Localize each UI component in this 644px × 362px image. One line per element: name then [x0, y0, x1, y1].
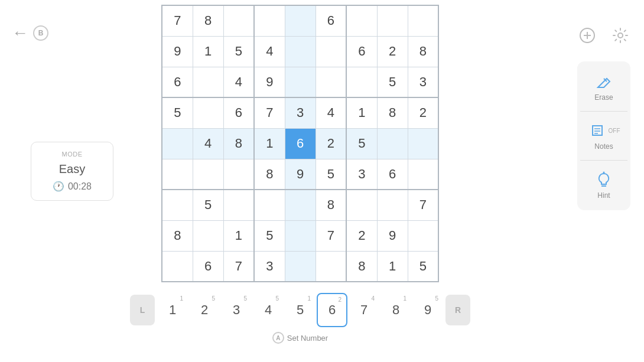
cell-4-5[interactable]: 2	[316, 128, 346, 159]
num-btn-7[interactable]: 47	[349, 293, 379, 327]
cell-3-8[interactable]: 2	[408, 97, 438, 128]
cell-3-2[interactable]: 6	[223, 97, 254, 128]
cell-5-4[interactable]: 9	[285, 159, 316, 190]
cell-4-2[interactable]: 8	[223, 128, 254, 159]
cell-0-3[interactable]	[254, 5, 285, 36]
cell-0-6[interactable]	[346, 5, 377, 36]
cell-3-4[interactable]: 3	[285, 97, 316, 128]
cell-1-4[interactable]	[285, 36, 316, 67]
cell-5-7[interactable]: 6	[377, 159, 408, 190]
cell-7-8[interactable]	[408, 220, 438, 251]
hint-tool[interactable]: Hint	[594, 167, 613, 203]
cell-3-5[interactable]: 4	[316, 97, 346, 128]
cell-6-8[interactable]: 7	[408, 190, 438, 220]
hint-icon	[594, 170, 613, 189]
cell-4-6[interactable]: 5	[346, 128, 377, 159]
cell-8-8[interactable]: 5	[408, 251, 438, 282]
num-btn-4[interactable]: 54	[253, 293, 284, 327]
cell-3-3[interactable]: 7	[254, 97, 285, 128]
cell-8-3[interactable]: 3	[254, 251, 285, 282]
cell-6-2[interactable]	[223, 190, 254, 220]
cell-7-1[interactable]	[193, 220, 223, 251]
cell-7-0[interactable]: 8	[162, 220, 193, 251]
cell-5-2[interactable]	[223, 159, 254, 190]
notes-tool[interactable]: OFF Notes	[588, 118, 620, 154]
cell-7-4[interactable]	[285, 220, 316, 251]
cell-2-8[interactable]: 3	[408, 67, 438, 97]
left-side-btn[interactable]: L	[130, 295, 155, 325]
cell-1-7[interactable]: 2	[377, 36, 408, 67]
num-btn-6[interactable]: 26	[317, 293, 347, 327]
cell-4-3[interactable]: 1	[254, 128, 285, 159]
cell-6-1[interactable]: 5	[193, 190, 223, 220]
cell-8-5[interactable]	[316, 251, 346, 282]
cell-0-2[interactable]	[223, 5, 254, 36]
cell-2-7[interactable]: 5	[377, 67, 408, 97]
cell-3-6[interactable]: 1	[346, 97, 377, 128]
cell-0-7[interactable]	[377, 5, 408, 36]
num-btn-1[interactable]: 11	[157, 293, 188, 327]
erase-tool[interactable]: Erase	[594, 69, 613, 105]
cell-2-6[interactable]	[346, 67, 377, 97]
num-btn-3[interactable]: 53	[221, 293, 252, 327]
add-button[interactable]	[575, 24, 599, 47]
cell-1-0[interactable]: 9	[162, 36, 193, 67]
cell-8-2[interactable]: 7	[223, 251, 254, 282]
num-btn-9[interactable]: 59	[412, 293, 443, 327]
cell-5-1[interactable]	[193, 159, 223, 190]
cell-7-6[interactable]: 2	[346, 220, 377, 251]
cell-4-0[interactable]	[162, 128, 193, 159]
cell-4-4[interactable]: 6	[285, 128, 316, 159]
cell-2-5[interactable]	[316, 67, 346, 97]
sudoku-grid[interactable]: 7869154628649535673418248162589536587815…	[161, 5, 439, 282]
cell-0-0[interactable]: 7	[162, 5, 193, 36]
cell-8-4[interactable]	[285, 251, 316, 282]
cell-6-6[interactable]	[346, 190, 377, 220]
cell-8-0[interactable]	[162, 251, 193, 282]
cell-1-1[interactable]: 1	[193, 36, 223, 67]
num-btn-2[interactable]: 52	[189, 293, 220, 327]
cell-0-4[interactable]	[285, 5, 316, 36]
cell-3-7[interactable]: 8	[377, 97, 408, 128]
cell-2-4[interactable]	[285, 67, 316, 97]
cell-6-5[interactable]: 8	[316, 190, 346, 220]
right-side-btn[interactable]: R	[445, 295, 470, 325]
cell-7-5[interactable]: 7	[316, 220, 346, 251]
cell-2-2[interactable]: 4	[223, 67, 254, 97]
cell-7-3[interactable]: 5	[254, 220, 285, 251]
cell-8-1[interactable]: 6	[193, 251, 223, 282]
cell-6-7[interactable]	[377, 190, 408, 220]
cell-4-7[interactable]	[377, 128, 408, 159]
cell-6-3[interactable]	[254, 190, 285, 220]
num-btn-8[interactable]: 18	[380, 293, 411, 327]
cell-5-0[interactable]	[162, 159, 193, 190]
cell-2-1[interactable]	[193, 67, 223, 97]
cell-3-1[interactable]	[193, 97, 223, 128]
cell-5-6[interactable]: 3	[346, 159, 377, 190]
cell-6-4[interactable]	[285, 190, 316, 220]
cell-1-8[interactable]: 8	[408, 36, 438, 67]
cell-5-3[interactable]: 8	[254, 159, 285, 190]
cell-7-7[interactable]: 9	[377, 220, 408, 251]
cell-1-3[interactable]: 4	[254, 36, 285, 67]
back-button[interactable]: ← B	[12, 24, 48, 43]
cell-0-1[interactable]: 8	[193, 5, 223, 36]
settings-button[interactable]	[609, 24, 632, 47]
cell-7-2[interactable]: 1	[223, 220, 254, 251]
cell-8-7[interactable]: 1	[377, 251, 408, 282]
cell-3-0[interactable]: 5	[162, 97, 193, 128]
cell-2-0[interactable]: 6	[162, 67, 193, 97]
cell-1-5[interactable]	[316, 36, 346, 67]
cell-0-5[interactable]: 6	[316, 5, 346, 36]
cell-2-3[interactable]: 9	[254, 67, 285, 97]
cell-8-6[interactable]: 8	[346, 251, 377, 282]
cell-1-6[interactable]: 6	[346, 36, 377, 67]
cell-5-8[interactable]	[408, 159, 438, 190]
cell-4-8[interactable]	[408, 128, 438, 159]
cell-4-1[interactable]: 4	[193, 128, 223, 159]
cell-6-0[interactable]	[162, 190, 193, 220]
cell-0-8[interactable]	[408, 5, 438, 36]
cell-5-5[interactable]: 5	[316, 159, 346, 190]
cell-1-2[interactable]: 5	[223, 36, 254, 67]
num-btn-5[interactable]: 15	[285, 293, 316, 327]
